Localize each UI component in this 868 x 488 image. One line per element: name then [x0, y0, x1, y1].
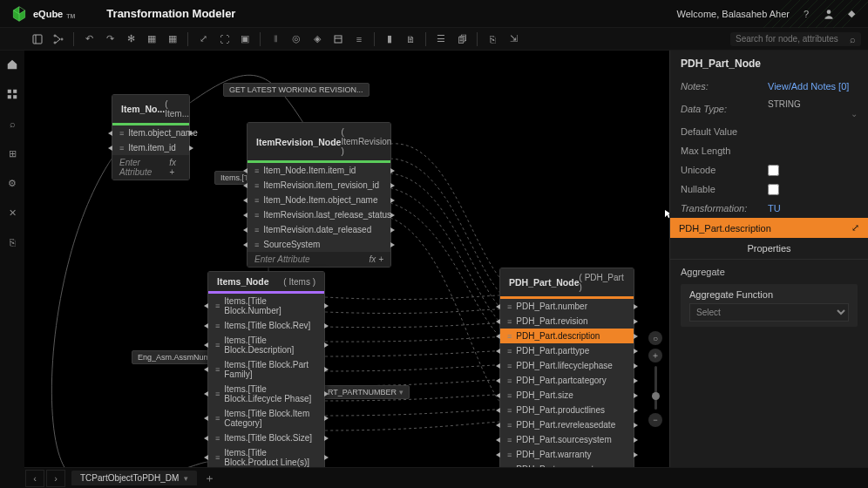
tab-current[interactable]: TCPartObjectToPDH_DM▾: [71, 471, 197, 485]
port-out-icon[interactable]: [324, 416, 329, 421]
prop-unicode-checkbox[interactable]: [768, 165, 779, 176]
port-in-icon[interactable]: [496, 378, 500, 383]
aggregate-fn-select[interactable]: Select: [689, 303, 849, 322]
tool-tree-icon[interactable]: [49, 30, 68, 48]
graph-canvas[interactable]: GET LATEST WORKING REVISION... Items.[Ti…: [24, 51, 669, 467]
chevron-down-icon[interactable]: ▾: [184, 474, 188, 483]
tool-note-icon[interactable]: ▮: [380, 30, 399, 48]
tool-doc-icon[interactable]: 🗎: [401, 30, 420, 48]
tab-next-icon[interactable]: ›: [46, 470, 65, 487]
port-in-icon[interactable]: [204, 342, 208, 348]
port-out-icon[interactable]: [324, 342, 329, 348]
port-in-icon[interactable]: [204, 367, 208, 372]
port-in-icon[interactable]: [243, 227, 248, 233]
node-row[interactable]: ≡PDH_Part.sourcesystem: [500, 432, 634, 447]
tool-align1-icon[interactable]: ⫴: [266, 30, 285, 48]
port-in-icon[interactable]: [496, 408, 500, 413]
node-item[interactable]: Item_No...( Item... ≡Item.object_name≡It…: [112, 94, 190, 180]
port-in-icon[interactable]: [496, 393, 500, 398]
port-in-icon[interactable]: [243, 183, 248, 188]
port-out-icon[interactable]: [634, 334, 638, 339]
tool-redo-icon[interactable]: ↷: [100, 30, 119, 48]
port-out-icon[interactable]: [634, 408, 638, 413]
tool-link-icon[interactable]: ⎘: [483, 30, 502, 48]
tool-db-icon[interactable]: [329, 30, 348, 48]
toolbar-search[interactable]: ⌕: [730, 32, 861, 46]
tool-export-icon[interactable]: ⇲: [504, 30, 523, 48]
port-in-icon[interactable]: [243, 168, 248, 173]
tool-target-icon[interactable]: ◎: [287, 30, 306, 48]
port-out-icon[interactable]: [390, 227, 395, 233]
node-row[interactable]: ≡SourceSystem: [248, 237, 390, 252]
prop-nullable-checkbox[interactable]: [768, 184, 779, 195]
nav-tools-icon[interactable]: ✕: [5, 206, 19, 220]
node-row[interactable]: ≡ItemRevision.last_release_status: [248, 207, 390, 222]
port-in-icon[interactable]: [496, 334, 500, 339]
port-out-icon[interactable]: [324, 367, 329, 372]
zoom-reset-icon[interactable]: ○: [648, 331, 662, 345]
node-row[interactable]: ≡PDH_Part.productlines: [500, 403, 634, 417]
port-in-icon[interactable]: [204, 455, 208, 460]
port-in-icon[interactable]: [496, 452, 500, 458]
port-in-icon[interactable]: [496, 423, 500, 428]
node-row[interactable]: ≡Item.object_name: [112, 125, 189, 140]
port-in-icon[interactable]: [496, 363, 500, 369]
port-in-icon[interactable]: [243, 213, 248, 218]
port-out-icon[interactable]: [390, 198, 395, 203]
nav-settings-icon[interactable]: ⚙: [5, 176, 19, 190]
port-out-icon[interactable]: [324, 303, 329, 308]
port-out-icon[interactable]: [324, 436, 329, 441]
node-itemrevision[interactable]: ItemRevision_Node( ItemRevision ) ≡Item_…: [247, 122, 391, 268]
zoom-out-icon[interactable]: －: [648, 413, 662, 427]
zoom-in-icon[interactable]: ＋: [648, 349, 662, 363]
port-out-icon[interactable]: [634, 363, 638, 369]
node-row[interactable]: ≡Items.[Title Block.Size]: [208, 430, 324, 445]
node-row[interactable]: ≡PDH_Part.description: [500, 329, 634, 343]
port-out-icon[interactable]: [390, 213, 395, 218]
node-row[interactable]: ≡Items.[Title Block.Item Category]: [208, 406, 324, 430]
port-out-icon[interactable]: [189, 131, 193, 136]
node-row[interactable]: ≡PDH_Part.lifecyclephase: [500, 358, 634, 373]
node-row[interactable]: ≡Item_Node.Item.object_name: [248, 193, 390, 207]
nav-search-icon[interactable]: ⌕: [5, 117, 19, 131]
port-in-icon[interactable]: [204, 391, 208, 396]
nav-grid-icon[interactable]: [5, 87, 19, 101]
tool-stack2-icon[interactable]: 🗐: [452, 30, 471, 48]
tool-cube-icon[interactable]: ◈: [308, 30, 327, 48]
port-in-icon[interactable]: [496, 319, 500, 324]
port-in-icon[interactable]: [204, 416, 208, 421]
node-items[interactable]: Items_Node( Items ) ≡Items.[Title Block.…: [207, 271, 325, 467]
prop-notes-link[interactable]: View/Add Notes [0]: [768, 81, 849, 92]
port-in-icon[interactable]: [496, 304, 500, 309]
port-out-icon[interactable]: [634, 452, 638, 458]
port-in-icon[interactable]: [204, 303, 208, 308]
search-icon[interactable]: ⌕: [850, 34, 856, 44]
search-input[interactable]: [736, 34, 850, 44]
fx-icon[interactable]: fx +: [169, 158, 182, 177]
node-row[interactable]: ≡Items.[Title Block.Description]: [208, 333, 324, 357]
node-row[interactable]: ≡ItemRevision.date_released: [248, 222, 390, 237]
tab-prev-icon[interactable]: ‹: [25, 470, 44, 487]
node-row[interactable]: ≡Items.[Title Block.Number]: [208, 294, 324, 318]
port-in-icon[interactable]: [243, 198, 248, 203]
port-out-icon[interactable]: [324, 455, 329, 460]
port-out-icon[interactable]: [634, 378, 638, 383]
zoom-slider[interactable]: [654, 366, 657, 410]
node-item-footer[interactable]: Enter Attribute: [119, 158, 169, 177]
port-out-icon[interactable]: [390, 183, 395, 188]
port-out-icon[interactable]: [634, 393, 638, 398]
port-out-icon[interactable]: [324, 323, 329, 329]
tool-collapse-icon[interactable]: ⤢: [193, 30, 213, 48]
port-out-icon[interactable]: [189, 146, 193, 151]
port-in-icon[interactable]: [496, 437, 500, 443]
nav-home-icon[interactable]: [5, 58, 19, 71]
port-in-icon[interactable]: [496, 349, 500, 354]
tab-add-icon[interactable]: ＋: [204, 471, 215, 486]
node-row[interactable]: ≡Items.[Title Block.Lifecycle Phase]: [208, 382, 324, 406]
tool-expand-icon[interactable]: ⛶: [214, 30, 234, 48]
port-in-icon[interactable]: [108, 131, 112, 136]
port-out-icon[interactable]: [634, 319, 638, 324]
node-row[interactable]: ≡Items.[Title Block.Product Line(s)]: [208, 445, 324, 467]
port-out-icon[interactable]: [634, 423, 638, 428]
port-in-icon[interactable]: [243, 242, 248, 247]
